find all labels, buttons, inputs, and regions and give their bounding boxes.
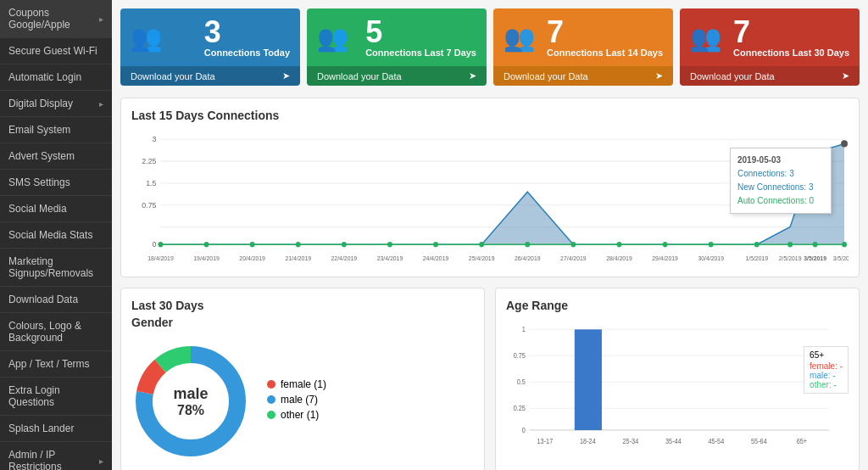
- sidebar-item-label: Splash Lander: [8, 422, 74, 434]
- legend-dot-male: [267, 395, 275, 404]
- sidebar-item-wifi[interactable]: Secure Guest Wi-Fi: [0, 38, 112, 64]
- gender-chart-section: Last 30 Days Gender: [120, 288, 485, 470]
- bar-legend-other: other: -: [810, 380, 843, 389]
- stat-label-7days: Connections Last 7 Days: [365, 48, 476, 58]
- svg-point-26: [787, 242, 793, 247]
- sidebar-item-app-text[interactable]: App / Text / Terms: [0, 351, 112, 378]
- bar-legend-other-value: other: -: [810, 380, 837, 389]
- sidebar-item-label: Extra Login Questions: [8, 384, 103, 408]
- sidebar-item-splash-lander[interactable]: Splash Lander: [0, 416, 112, 442]
- legend-label-male: male (7): [281, 394, 318, 406]
- svg-text:18-24: 18-24: [580, 437, 596, 445]
- stat-card-14days: 👥 7 Connections Last 14 Days Download yo…: [493, 8, 673, 86]
- download-arrow-30days: ➤: [842, 70, 849, 81]
- svg-point-13: [204, 242, 209, 247]
- bar-legend-male-value: male: -: [810, 371, 836, 380]
- stat-card-top-7days: 👥 5 Connections Last 7 Days: [307, 8, 487, 66]
- stat-number-14days: 7: [547, 17, 663, 48]
- download-label-14days: Download your Data: [504, 71, 588, 81]
- stat-number-7days: 5: [365, 17, 476, 48]
- sidebar-item-download[interactable]: Download Data: [0, 287, 112, 313]
- stat-label-14days: Connections Last 14 Days: [547, 48, 663, 58]
- bar-legend-65plus: 65+: [810, 350, 843, 360]
- sidebar-item-marketing[interactable]: Marketing Signups/Removals: [0, 249, 112, 287]
- svg-text:25-34: 25-34: [623, 437, 639, 445]
- svg-rect-61: [575, 329, 602, 430]
- line-chart-svg: 3 2.25 1.5 0.75 0: [131, 131, 849, 266]
- svg-point-29: [841, 140, 848, 147]
- svg-text:0.5: 0.5: [517, 378, 526, 387]
- connections-icon-14days: 👥: [504, 23, 535, 53]
- svg-text:29/4/2019: 29/4/2019: [652, 255, 678, 261]
- svg-text:3/5/2019: 3/5/2019: [804, 255, 826, 261]
- bar-legend-female-value: female: -: [810, 361, 843, 371]
- svg-text:23/4/2019: 23/4/2019: [377, 255, 403, 261]
- sidebar-item-label: Digital Display: [8, 98, 73, 109]
- stat-card-7days: 👥 5 Connections Last 7 Days Download you…: [307, 8, 487, 86]
- svg-text:18/4/2019: 18/4/2019: [147, 255, 174, 261]
- bar-legend-male: male: -: [810, 371, 843, 380]
- sidebar-item-label: Advert System: [8, 150, 75, 162]
- svg-text:65+: 65+: [797, 437, 808, 445]
- gender-legend: female (1) male (7) other (1): [267, 378, 326, 424]
- svg-text:30/4/2019: 30/4/2019: [698, 255, 724, 261]
- svg-text:28/4/2019: 28/4/2019: [606, 255, 632, 261]
- svg-text:35-44: 35-44: [665, 437, 682, 445]
- stat-download-today[interactable]: Download your Data ➤: [120, 66, 300, 86]
- download-label-30days: Download your Data: [690, 71, 775, 81]
- sidebar-item-label: Marketing Signups/Removals: [8, 255, 103, 279]
- sidebar-item-coupons[interactable]: Coupons Google/Apple: [0, 0, 112, 38]
- stat-number-30days: 7: [733, 17, 849, 48]
- sidebar-item-social[interactable]: Social Media: [0, 196, 112, 222]
- svg-point-23: [663, 242, 668, 247]
- sidebar-item-sms[interactable]: SMS Settings: [0, 170, 112, 196]
- sidebar-item-extra-login[interactable]: Extra Login Questions: [0, 378, 112, 416]
- bar-chart-container: 1 0.75 0.5 0.25 0 13-17 18-24 25-34 35-4…: [506, 321, 849, 456]
- stat-download-7days[interactable]: Download your Data ➤: [307, 66, 487, 86]
- svg-text:0.25: 0.25: [514, 405, 526, 413]
- stat-download-30days[interactable]: Download your Data ➤: [680, 66, 860, 86]
- svg-text:24/4/2019: 24/4/2019: [423, 255, 449, 261]
- sidebar-item-social-stats[interactable]: Social Media Stats: [0, 222, 112, 249]
- legend-label-other: other (1): [281, 409, 319, 421]
- svg-text:13-17: 13-17: [537, 437, 554, 445]
- sidebar-item-admin-ip[interactable]: Admin / IP Restrictions: [0, 442, 112, 470]
- svg-point-24: [709, 242, 714, 247]
- svg-point-28: [842, 242, 847, 247]
- donut-wrapper: male 78%: [131, 342, 250, 461]
- svg-text:1/5/2019: 1/5/2019: [745, 255, 768, 261]
- svg-text:21/4/2019: 21/4/2019: [285, 255, 311, 261]
- sidebar-item-label: Social Media: [8, 203, 67, 215]
- svg-text:20/4/2019: 20/4/2019: [239, 255, 265, 261]
- stat-card-top-today: 👥 3 Connections Today: [120, 8, 300, 66]
- svg-text:25/4/2019: 25/4/2019: [469, 255, 495, 261]
- stat-download-14days[interactable]: Download your Data ➤: [493, 66, 673, 86]
- legend-dot-female: [267, 380, 275, 389]
- svg-text:0: 0: [522, 427, 526, 435]
- sidebar-item-label: Email System: [8, 124, 70, 136]
- sidebar-item-email[interactable]: Email System: [0, 117, 112, 143]
- legend-item-female: female (1): [267, 378, 326, 390]
- sidebar-item-label: Secure Guest Wi-Fi: [8, 45, 97, 57]
- svg-text:2/5/2019: 2/5/2019: [779, 255, 802, 261]
- sidebar-item-label: Coupons Google/Apple: [8, 7, 99, 31]
- stat-card-30days: 👥 7 Connections Last 30 Days Download yo…: [680, 8, 860, 86]
- svg-text:55-64: 55-64: [751, 437, 767, 445]
- connections-icon-today: 👥: [131, 23, 162, 53]
- bar-chart-svg: 1 0.75 0.5 0.25 0 13-17 18-24 25-34 35-4…: [506, 321, 849, 456]
- sidebar-item-autologin[interactable]: Automatic Login: [0, 64, 112, 91]
- donut-center-pct: 78%: [173, 403, 208, 418]
- bar-chart-legend: 65+ female: - male: - other: -: [804, 346, 849, 394]
- sidebar-item-digital-display[interactable]: Digital Display: [0, 91, 112, 117]
- svg-point-25: [754, 242, 760, 247]
- svg-point-14: [250, 242, 255, 247]
- connections-icon-30days: 👥: [690, 23, 721, 53]
- sidebar-item-advert[interactable]: Advert System: [0, 143, 112, 170]
- stat-card-top-14days: 👥 7 Connections Last 14 Days: [493, 8, 673, 66]
- svg-text:3/5/2019: 3/5/2019: [833, 255, 849, 261]
- sidebar-item-colours[interactable]: Colours, Logo & Background: [0, 313, 112, 351]
- age-chart-title: Age Range: [506, 299, 849, 312]
- download-arrow-today: ➤: [282, 70, 290, 81]
- sidebar-item-label: Social Media Stats: [8, 229, 92, 241]
- donut-center-label: male: [173, 385, 208, 403]
